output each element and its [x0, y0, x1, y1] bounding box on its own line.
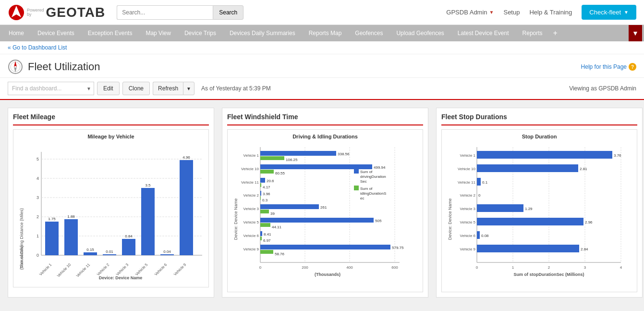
nav-latest-device-event[interactable]: Latest Device Event	[451, 25, 516, 41]
bar-stop-v5	[477, 218, 583, 225]
logo-brand-text: GEOTAB	[46, 5, 106, 20]
refresh-button[interactable]: Refresh	[153, 82, 183, 95]
svg-text:3.96: 3.96	[263, 192, 270, 196]
svg-text:0.1: 0.1	[482, 180, 488, 185]
nav-geofences[interactable]: Geofences	[348, 25, 389, 41]
svg-text:Vehicle 3: Vehicle 3	[243, 207, 259, 211]
nav-add-icon[interactable]: +	[549, 29, 561, 37]
search-area: Search	[117, 5, 270, 20]
nav-reports-map[interactable]: Reports Map	[302, 25, 349, 41]
edit-button[interactable]: Edit	[97, 82, 120, 95]
bar-stop-v6	[477, 231, 480, 239]
help-training-link[interactable]: Help & Training	[529, 9, 572, 16]
windshield-chart-title: Driving & Idling Durations	[231, 134, 419, 139]
bar-stop-v3	[477, 204, 523, 212]
bar-stop-v1	[477, 151, 612, 159]
check-fleet-button[interactable]: Check-fleet ▼	[582, 5, 636, 20]
svg-text:0.84: 0.84	[125, 234, 133, 238]
svg-text:Vehicle 5: Vehicle 5	[243, 220, 259, 224]
bar-stop-v11	[477, 178, 481, 186]
stop-chart-title: Stop Duration	[446, 134, 633, 139]
main-content: Fleet Mileage Mileage by Vehicle Sum of …	[0, 100, 644, 305]
svg-text:44.11: 44.11	[272, 225, 282, 229]
svg-text:Vehicle 10: Vehicle 10	[56, 262, 72, 278]
search-button[interactable]: Search	[213, 5, 243, 20]
svg-text:39: 39	[270, 211, 275, 216]
svg-text:4: 4	[36, 176, 39, 181]
refresh-caret-button[interactable]: ▼	[183, 82, 194, 95]
admin-arrow-icon: ▼	[489, 10, 494, 15]
nav-device-events[interactable]: Device Events	[31, 25, 81, 41]
svg-text:261: 261	[320, 205, 327, 210]
check-fleet-caret-icon: ▼	[624, 10, 629, 15]
svg-text:4: 4	[620, 265, 622, 270]
nav-reports[interactable]: Reports	[516, 25, 549, 41]
mileage-chart-svg: Sum of Driving Distance (Miles) (Thousan…	[17, 142, 205, 282]
svg-text:3: 3	[584, 265, 586, 270]
nav-home[interactable]: Home	[2, 25, 31, 41]
svg-text:1.29: 1.29	[525, 207, 533, 211]
svg-text:Vehicle 11: Vehicle 11	[241, 180, 259, 185]
help-page-link[interactable]: Help for this Page ?	[581, 63, 636, 71]
svg-text:Vehicle 5: Vehicle 5	[460, 220, 476, 224]
bar-v10-driving	[260, 164, 372, 169]
svg-text:8.41: 8.41	[264, 232, 271, 236]
svg-text:0.15: 0.15	[86, 248, 94, 252]
bar-vehicle1	[45, 222, 59, 255]
svg-text:0: 0	[259, 265, 262, 270]
svg-text:Vehicle 2: Vehicle 2	[96, 262, 110, 277]
bar-v11-idling	[260, 183, 261, 187]
top-header: Powered by GEOTAB Search GPSDB Admin ▼ S…	[0, 0, 644, 25]
bar-v2-driving	[260, 191, 261, 196]
svg-text:5: 5	[36, 157, 39, 162]
svg-text:Device: Device Name: Device: Device Name	[448, 199, 452, 240]
dashboard-select[interactable]: Find a dashboard...	[8, 82, 94, 95]
bar-v9-driving	[260, 245, 390, 249]
bar-v1-driving	[260, 151, 336, 156]
svg-rect-77	[354, 186, 359, 190]
bar-v3-idling	[260, 210, 269, 213]
svg-text:0: 0	[476, 265, 478, 270]
bar-vehicle3	[122, 239, 135, 255]
bar-v6-idling	[260, 236, 262, 240]
nav-exception-events[interactable]: Exception Events	[81, 25, 139, 41]
clone-button[interactable]: Clone	[122, 82, 150, 95]
help-circle-icon: ?	[629, 63, 636, 71]
svg-text:Vehicle 5: Vehicle 5	[134, 262, 149, 277]
svg-text:2: 2	[36, 214, 39, 219]
windshield-chart-svg: Device: Device Name 0 200 400 600 (Thous…	[231, 142, 419, 286]
svg-text:Device: Device Name: Device: Device Name	[233, 199, 238, 240]
search-input[interactable]	[117, 5, 213, 20]
svg-text:2.96: 2.96	[585, 220, 593, 224]
nav-upload-geofences[interactable]: Upload Geofences	[389, 25, 450, 41]
svg-text:1.88: 1.88	[67, 214, 75, 219]
svg-text:Vehicle 11: Vehicle 11	[75, 262, 91, 278]
svg-text:0: 0	[478, 193, 481, 198]
header-right: GPSDB Admin ▼ Setup Help & Training Chec…	[446, 5, 636, 20]
breadcrumb-link[interactable]: « Go to Dashboard List	[8, 44, 67, 51]
svg-text:Vehicle 10: Vehicle 10	[241, 167, 259, 171]
svg-text:1.75: 1.75	[48, 217, 56, 221]
svg-text:20.6: 20.6	[267, 179, 274, 183]
nav-devices-daily-summaries[interactable]: Devices Daily Summaries	[223, 25, 302, 41]
fleet-mileage-panel: Fleet Mileage Mileage by Vehicle Sum of …	[8, 108, 214, 298]
svg-text:idlingDurationS: idlingDurationS	[360, 191, 386, 196]
fleet-windshield-title: Fleet Windshield Time	[227, 113, 423, 125]
setup-link[interactable]: Setup	[503, 9, 520, 16]
svg-text:3: 3	[36, 195, 39, 200]
fleet-stop-panel: Fleet Stop Durations Stop Duration Devic…	[436, 108, 643, 298]
bar-stop-v10	[477, 164, 578, 172]
toolbar: Find a dashboard... ▼ Edit Clone Refresh…	[0, 78, 644, 100]
refresh-button-wrap: Refresh ▼	[153, 82, 194, 95]
admin-dropdown[interactable]: GPSDB Admin ▼	[446, 9, 494, 16]
svg-text:Vehicle 9: Vehicle 9	[243, 247, 259, 251]
bar-v3-driving	[260, 204, 319, 209]
svg-text:58.76: 58.76	[275, 252, 285, 256]
nav-overflow-button[interactable]: ▼	[629, 25, 642, 41]
mileage-chart-title: Mileage by Vehicle	[17, 134, 205, 139]
svg-text:106.25: 106.25	[286, 158, 298, 162]
nav-device-trips[interactable]: Device Trips	[178, 25, 223, 41]
nav-map-view[interactable]: Map View	[139, 25, 177, 41]
fleet-utilization-icon	[8, 59, 23, 75]
svg-text:499.94: 499.94	[374, 165, 386, 170]
